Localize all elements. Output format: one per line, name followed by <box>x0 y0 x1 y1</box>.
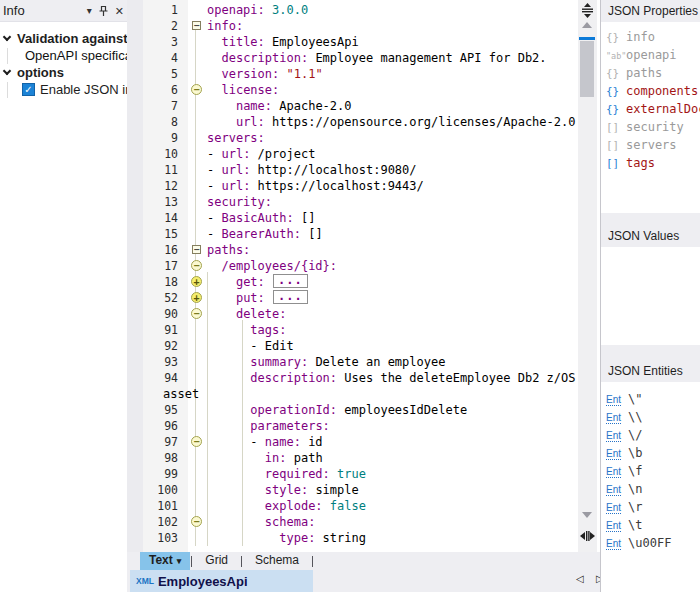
fold-collapse-icon[interactable]: − <box>191 436 202 447</box>
collapsed-region-ellipsis[interactable]: ... <box>273 290 308 304</box>
info-panel-title: Info <box>3 3 87 18</box>
json-entity-item[interactable]: Ent\u00FF <box>601 534 700 552</box>
code-line[interactable]: 91 tags: <box>143 322 578 338</box>
document-tab-label: EmployeesApi <box>158 574 248 589</box>
fold-collapse-icon[interactable]: − <box>191 84 202 95</box>
collapsed-region-ellipsis[interactable]: ... <box>273 274 308 288</box>
code-line[interactable]: 98 in: path <box>143 450 578 466</box>
line-number: 97 <box>143 434 188 450</box>
json-property-item[interactable]: {}info <box>601 28 700 46</box>
code-line[interactable]: 100 style: simple <box>143 482 578 498</box>
property-label: info <box>626 30 655 44</box>
fold-collapse-icon[interactable]: − <box>192 245 201 254</box>
code-line[interactable]: 18+ get: ... <box>143 274 578 290</box>
horizontal-split-grip-icon[interactable] <box>579 528 596 544</box>
json-property-item[interactable]: {}paths <box>601 64 700 82</box>
tab-grid[interactable]: Grid <box>193 552 240 570</box>
code-line[interactable]: 12- url: https://localhost:9443/ <box>143 178 578 194</box>
code-line[interactable]: 8 url: https://opensource.org/licenses/A… <box>143 114 578 130</box>
code-line[interactable]: 94 description: Uses the deleteEmployee … <box>143 370 578 386</box>
code-line[interactable]: 103 type: string <box>143 530 578 546</box>
code-line[interactable]: 4 description: Employee management API f… <box>143 50 578 66</box>
tab-employeesapi[interactable]: XML EmployeesApi <box>130 570 313 592</box>
code-text: - BasicAuth: [] <box>207 210 578 226</box>
chevron-down-icon[interactable] <box>3 67 11 75</box>
code-editor[interactable]: 1openapi: 3.0.02−info:3 title: Employees… <box>143 0 597 552</box>
code-line[interactable]: 17− /employees/{id}: <box>143 258 578 274</box>
json-property-item[interactable]: {}components <box>601 82 700 100</box>
code-line[interactable]: 16−paths: <box>143 242 578 258</box>
code-line[interactable]: 11- url: http://localhost:9080/ <box>143 162 578 178</box>
code-line[interactable]: 92 - Edit <box>143 338 578 354</box>
tab-scroll-back-icon[interactable]: ◁ <box>576 573 584 584</box>
scroll-down-arrow[interactable] <box>582 512 592 518</box>
json-property-item[interactable]: []security <box>601 118 700 136</box>
code-line[interactable]: asset <box>143 386 578 402</box>
tree-group-label: Validation against <box>17 30 127 47</box>
split-editor-grip-icon[interactable] <box>579 1 596 19</box>
tab-schema[interactable]: Schema <box>243 552 311 570</box>
code-line[interactable]: 93 summary: Delete an employee <box>143 354 578 370</box>
fold-margin: − <box>188 434 207 450</box>
close-icon[interactable]: ✕ <box>115 6 124 16</box>
tree-item-openapi-spec[interactable]: OpenAPI specification <box>2 47 127 64</box>
code-line[interactable]: 6− license: <box>143 82 578 98</box>
tree-group-options[interactable]: options <box>2 64 127 81</box>
json-entity-item[interactable]: Ent\" <box>601 390 700 408</box>
fold-collapse-icon[interactable]: − <box>191 308 202 319</box>
intellisense-checkbox[interactable]: ✓ <box>22 83 35 96</box>
line-number: 101 <box>143 498 188 514</box>
fold-expand-icon[interactable]: + <box>191 292 202 303</box>
json-entity-item[interactable]: Ent\f <box>601 462 700 480</box>
json-property-item[interactable]: {}externalDocs <box>601 100 700 118</box>
code-line[interactable]: 5 version: "1.1" <box>143 66 578 82</box>
json-property-item[interactable]: "ab"openapi <box>601 46 700 64</box>
code-line[interactable]: 3 title: EmployeesApi <box>143 34 578 50</box>
code-line[interactable]: 96 parameters: <box>143 418 578 434</box>
code-line[interactable]: 9servers: <box>143 130 578 146</box>
code-line[interactable]: 15- BearerAuth: [] <box>143 226 578 242</box>
json-entity-item[interactable]: Ent\t <box>601 516 700 534</box>
fold-collapse-icon[interactable]: − <box>192 21 201 30</box>
code-line[interactable]: 97− - name: id <box>143 434 578 450</box>
code-line[interactable]: 14- BasicAuth: [] <box>143 210 578 226</box>
fold-collapse-icon[interactable]: − <box>191 260 202 271</box>
tree-group-validation[interactable]: Validation against <box>2 30 127 47</box>
fold-margin <box>188 418 207 434</box>
json-entity-item[interactable]: Ent\/ <box>601 426 700 444</box>
fold-collapse-icon[interactable]: − <box>191 516 202 527</box>
fold-expand-icon[interactable]: + <box>191 276 202 287</box>
json-entity-item[interactable]: Ent\n <box>601 480 700 498</box>
code-line[interactable]: 95 operationId: employeesIdDelete <box>143 402 578 418</box>
json-entity-item[interactable]: Ent\\ <box>601 408 700 426</box>
editor-vertical-scrollbar[interactable] <box>578 0 597 552</box>
fold-margin <box>188 370 207 386</box>
scrollbar-thumb[interactable] <box>580 41 594 97</box>
code-text: asset <box>163 386 578 402</box>
json-entity-item[interactable]: Ent\b <box>601 444 700 462</box>
code-line[interactable]: 101 explode: false <box>143 498 578 514</box>
xml-file-icon: XML <box>136 576 154 586</box>
json-property-item[interactable]: []servers <box>601 136 700 154</box>
chevron-down-icon[interactable] <box>3 33 11 41</box>
json-property-item[interactable]: []tags <box>601 154 700 172</box>
code-line[interactable]: 90− delete: <box>143 306 578 322</box>
scroll-up-arrow[interactable] <box>582 22 592 28</box>
tab-divider <box>312 556 313 567</box>
code-line[interactable]: 102− schema: <box>143 514 578 530</box>
panel-menu-icon[interactable]: ▾ <box>87 6 92 16</box>
pin-icon[interactable] <box>98 5 109 17</box>
tab-text[interactable]: Text▾ <box>140 552 190 570</box>
property-label: externalDocs <box>626 102 700 116</box>
code-line[interactable]: 52+ put: ... <box>143 290 578 306</box>
code-line[interactable]: 2−info: <box>143 18 578 34</box>
json-entity-item[interactable]: Ent\r <box>601 498 700 516</box>
entity-icon: Ent <box>606 538 621 550</box>
code-line[interactable]: 1openapi: 3.0.0 <box>143 2 578 18</box>
code-line[interactable]: 7 name: Apache-2.0 <box>143 98 578 114</box>
code-line[interactable]: 99 required: true <box>143 466 578 482</box>
code-line[interactable]: 13security: <box>143 194 578 210</box>
panel-splitter[interactable] <box>127 0 143 552</box>
code-text: openapi: 3.0.0 <box>207 2 578 18</box>
code-line[interactable]: 10- url: /project <box>143 146 578 162</box>
